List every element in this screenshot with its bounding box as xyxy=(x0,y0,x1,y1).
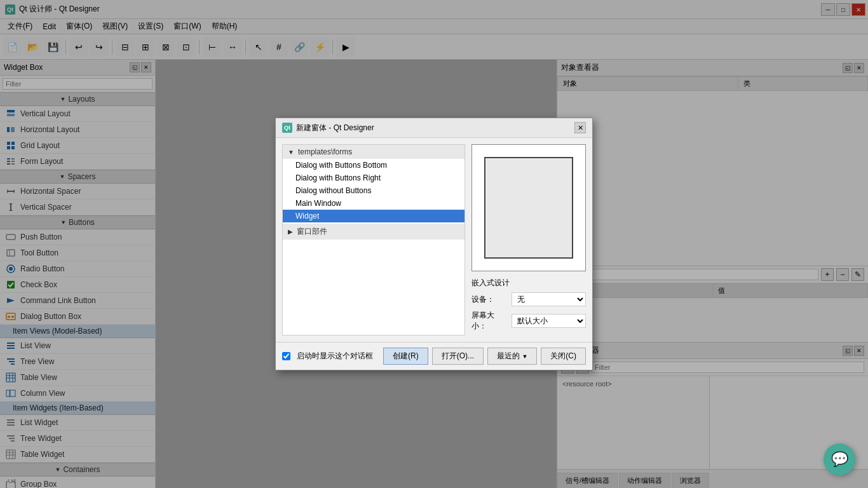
dialog-close-btn[interactable]: ✕ xyxy=(574,122,586,133)
template-item-label-1: Dialog with Buttons Right xyxy=(295,173,381,182)
template-category-arrow: ▼ xyxy=(288,149,294,156)
dialog-body: ▼ templates\forms Dialog with Buttons Bo… xyxy=(276,138,592,342)
embed-screen-row: 屏幕大小： 默认大小 xyxy=(471,310,586,332)
new-form-dialog: Qt 新建窗体 - Qt Designer ✕ ▼ templates\form… xyxy=(275,118,593,370)
dialog-open-btn[interactable]: 打开(O)... xyxy=(432,348,484,365)
template-subcategory-row[interactable]: ▶ 窗口部件 xyxy=(283,224,465,240)
embed-screen-select[interactable]: 默认大小 xyxy=(512,314,586,328)
dialog-title-label: 新建窗体 - Qt Designer xyxy=(296,123,374,133)
template-item-2[interactable]: Dialog without Buttons xyxy=(283,184,465,197)
template-item-3[interactable]: Main Window xyxy=(283,197,465,210)
template-item-label-0: Dialog with Buttons Bottom xyxy=(295,161,387,170)
embed-screen-label: 屏幕大小： xyxy=(471,310,506,332)
dialog-create-btn[interactable]: 创建(R) xyxy=(383,348,428,365)
template-subcategory-label: 窗口部件 xyxy=(297,226,327,237)
dialog-close-form-btn[interactable]: 关闭(C) xyxy=(541,348,586,365)
template-subcategory-arrow: ▶ xyxy=(288,228,293,235)
embed-design-label: 嵌入式设计 xyxy=(471,278,586,288)
preview-inner xyxy=(484,157,573,259)
template-item-0[interactable]: Dialog with Buttons Bottom xyxy=(283,159,465,172)
dialog-title-bar: Qt 新建窗体 - Qt Designer ✕ xyxy=(276,118,592,138)
embed-device-row: 设备： 无 xyxy=(471,292,586,306)
dialog-icon: Qt xyxy=(282,123,292,133)
embed-device-select[interactable]: 无 xyxy=(512,292,586,306)
dialog-overlay: Qt 新建窗体 - Qt Designer ✕ ▼ templates\form… xyxy=(0,0,868,488)
dialog-show-label: 启动时显示这个对话框 xyxy=(297,351,379,362)
template-item-label-3: Main Window xyxy=(295,199,341,208)
template-category-row[interactable]: ▼ templates\forms xyxy=(283,145,465,159)
dialog-recent-label: 最近的 xyxy=(497,351,520,360)
template-item-4[interactable]: Widget xyxy=(283,210,465,222)
dialog-footer: 启动时显示这个对话框 创建(R) 打开(O)... 最近的 关闭(C) xyxy=(276,342,592,370)
dialog-content: ▼ templates\forms Dialog with Buttons Bo… xyxy=(282,144,586,336)
template-item-label-2: Dialog without Buttons xyxy=(295,186,371,195)
embed-device-label: 设备： xyxy=(471,294,506,305)
template-category-label: templates\forms xyxy=(298,147,352,156)
dialog-recent-btn[interactable]: 最近的 xyxy=(487,348,537,365)
chat-icon[interactable]: 💬 xyxy=(824,444,855,475)
template-list-area: ▼ templates\forms Dialog with Buttons Bo… xyxy=(282,144,465,336)
preview-box xyxy=(471,144,586,271)
template-item-1[interactable]: Dialog with Buttons Right xyxy=(283,172,465,184)
template-item-label-4: Widget xyxy=(295,212,319,220)
embed-design: 嵌入式设计 设备： 无 屏幕大小： 默认大小 xyxy=(471,278,586,332)
preview-area: 嵌入式设计 设备： 无 屏幕大小： 默认大小 xyxy=(471,144,586,336)
dialog-title-text: Qt 新建窗体 - Qt Designer xyxy=(282,123,374,133)
dialog-show-checkbox[interactable] xyxy=(282,352,290,360)
